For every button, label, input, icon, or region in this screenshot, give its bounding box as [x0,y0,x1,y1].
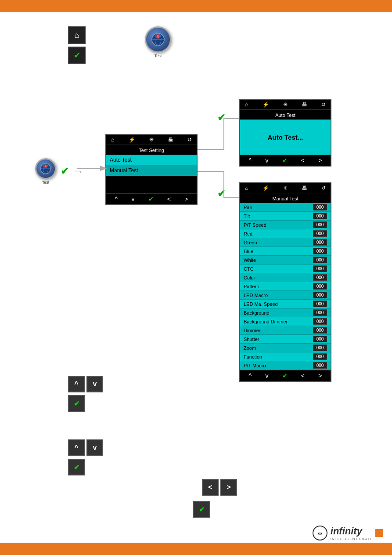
manual-test-row: Shutter000 [240,335,331,344]
manual-test-row: Background Dimmer000 [240,317,331,326]
nav-up-btn-1[interactable]: ^ [68,376,85,392]
mt-footer-left[interactable]: < [299,372,306,379]
home-button[interactable]: ⌂ [68,26,86,44]
logo-orange-square [375,529,383,537]
header-signal-icon: ⚡ [129,137,135,143]
at-footer-down[interactable]: v [263,157,270,164]
nav-group-1: ^ v ✔ [68,376,103,412]
test-icon-top: Test [145,26,171,58]
nav-up-btn-2[interactable]: ^ [68,439,85,456]
nav-up-down-1: ^ v [68,376,103,392]
header-snowflake-icon: ✳ [149,137,154,143]
connector-lines [0,0,392,555]
manual-test-row: Pattern000 [240,282,331,291]
at-print-icon: 🖶 [302,102,307,108]
manual-test-row: Green000 [240,238,331,247]
header-print-icon: 🖶 [168,137,173,143]
at-footer-check[interactable]: ✔ [281,157,289,164]
check-auto-test: ✔ [217,112,225,123]
nav-check-bottom: ✔ [193,501,210,518]
nav-right-btn[interactable]: > [220,479,237,496]
manual-test-header: ⌂ ⚡ ✳ 🖶 ↺ [240,183,331,193]
header-return-icon: ↺ [187,137,192,143]
footer-down[interactable]: v [129,196,136,203]
arrow-right-main: → [73,165,83,178]
auto-test-header: ⌂ ⚡ ✳ 🖶 ↺ [240,100,331,110]
manual-test-row: CTC000 [240,265,331,273]
manual-test-row: Pan000 [240,203,331,212]
manual-test-rows: Pan000Tilt000P/T Speed000Red000Green000B… [240,203,331,370]
manual-test-row: LED Macro000 [240,291,331,300]
mt-footer-right[interactable]: > [316,372,324,379]
test-icon-small [35,158,56,179]
nav-left-btn[interactable]: < [202,479,219,496]
svg-text:∞: ∞ [318,530,322,537]
at-footer-left[interactable]: < [299,157,306,164]
test-icon-label: Test [155,54,162,58]
at-footer-up[interactable]: ^ [247,157,254,164]
nav-check-btn-2[interactable]: ✔ [68,459,85,475]
infinity-logo-icon: ∞ [312,525,328,541]
manual-test-row: P/T Macro000 [240,361,331,370]
auto-test-panel: ⌂ ⚡ ✳ 🖶 ↺ Auto Test Auto Test... ^ v ✔ <… [239,99,331,167]
logo-area: ∞ infinity INTELLIGENT LIGHT [312,525,383,541]
mt-footer-check[interactable]: ✔ [281,372,289,379]
manual-test-title: Manual Test [272,196,298,201]
top-bar [0,0,392,12]
footer-right[interactable]: > [183,196,190,203]
nav-check-btn-bottom[interactable]: ✔ [193,501,210,518]
nav-up-down-2: ^ v [68,439,103,456]
manual-test-row: Red000 [240,229,331,238]
at-footer-right[interactable]: > [316,157,324,164]
mt-footer-down[interactable]: v [263,372,270,379]
menu-panel-header: ⌂ ⚡ ✳ 🖶 ↺ [106,135,197,145]
at-signal-icon: ⚡ [263,102,269,108]
manual-test-row: Color000 [240,273,331,282]
manual-test-footer: ^ v ✔ < > [240,370,331,381]
mt-footer-up[interactable]: ^ [247,372,254,379]
manual-test-row: Tilt000 [240,212,331,221]
check-green-arrow: ✔ [61,166,68,177]
check-manual-test: ✔ [217,188,225,200]
menu-item-manual-test[interactable]: Manual Test [106,165,197,176]
nav-down-btn-2[interactable]: v [86,439,103,456]
svg-point-6 [157,35,159,38]
mt-home-icon: ⌂ [245,185,248,191]
auto-test-title: Auto Test [275,112,295,118]
auto-test-body: Auto Test... [240,120,331,155]
bottom-bar [0,543,392,555]
at-return-icon: ↺ [321,102,326,108]
manual-test-row: LED Ma. Speed000 [240,300,331,308]
nav-down-btn-1[interactable]: v [86,376,103,392]
menu-footer: ^ v ✔ < > [106,193,197,204]
svg-point-11 [45,165,47,167]
manual-test-panel: ⌂ ⚡ ✳ 🖶 ↺ Manual Test Pan000Tilt000P/T S… [239,182,331,382]
mt-return-icon: ↺ [321,185,326,191]
nav-check-btn-1[interactable]: ✔ [68,395,85,412]
mt-signal-icon: ⚡ [263,185,269,191]
manual-test-row: Function000 [240,352,331,361]
logo-subtext: INTELLIGENT LIGHT [331,537,372,541]
test-setting-panel: ⌂ ⚡ ✳ 🖶 ↺ Test Setting Auto Test Manual … [105,134,198,205]
menu-panel-title: Test Setting [139,148,164,153]
auto-test-footer: ^ v ✔ < > [240,155,331,166]
mt-snowflake-icon: ✳ [283,185,288,191]
header-home-icon: ⌂ [111,137,114,143]
nav-group-2: ^ v ✔ [68,439,103,475]
footer-left[interactable]: < [165,196,173,203]
footer-check[interactable]: ✔ [147,196,155,203]
nav-lr-group: < > [202,479,237,496]
test-icon-small-label: Test [42,180,50,185]
top-left-icons: ⌂ ✔ [68,26,86,64]
test-icon-left-group: Test ✔ → [35,158,83,185]
at-snowflake-icon: ✳ [283,102,288,108]
test-icon-large [145,26,171,53]
manual-test-row: P/T Speed000 [240,221,331,229]
menu-item-auto-test[interactable]: Auto Test [106,155,197,165]
footer-up[interactable]: ^ [113,196,120,203]
manual-test-row: Background000 [240,308,331,317]
manual-test-row: White000 [240,256,331,265]
manual-test-row: Dimmer000 [240,326,331,335]
mt-print-icon: 🖶 [302,185,307,191]
check-button-top[interactable]: ✔ [68,47,86,64]
